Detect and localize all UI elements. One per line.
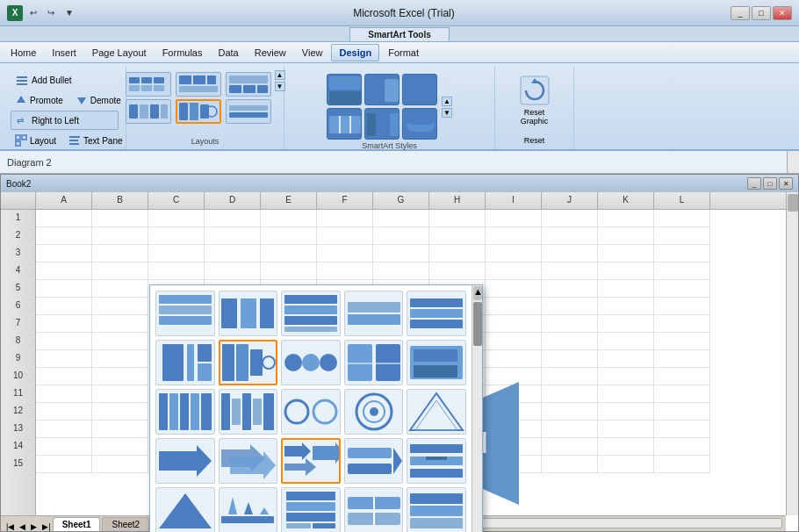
dp-layout-18-selected[interactable] (281, 438, 341, 484)
dp-layout-23[interactable] (281, 487, 341, 532)
reset-label[interactable]: Reset (516, 132, 553, 149)
dp-layout-3[interactable] (281, 291, 341, 336)
sheet-tab-2[interactable]: Sheet2 (102, 517, 149, 531)
wb-minimize-button[interactable]: _ (747, 177, 761, 190)
svg-rect-26 (129, 104, 138, 119)
reset-graphic-button[interactable]: ResetGraphic (511, 70, 558, 130)
dp-layout-21[interactable] (155, 487, 215, 532)
cell-j1[interactable] (542, 210, 598, 227)
cell-g1[interactable] (373, 210, 429, 227)
menu-design[interactable]: Design (331, 44, 379, 61)
cell-c1[interactable] (148, 210, 205, 227)
styles-scroll-more[interactable]: ▼ (442, 108, 452, 118)
dp-layout-20[interactable] (407, 438, 466, 484)
menu-data[interactable]: Data (211, 45, 245, 61)
dp-layout-12[interactable] (219, 389, 278, 435)
layouts-scroll-down[interactable]: ▼ (275, 82, 285, 91)
styles-scroll-up[interactable]: ▲ (442, 97, 452, 106)
layouts-scroll-up[interactable]: ▲ (275, 70, 285, 80)
menu-home[interactable]: Home (4, 45, 43, 61)
promote-button[interactable]: Promote (11, 91, 68, 109)
svg-rect-41 (367, 79, 381, 102)
layout-thumb-3[interactable] (226, 72, 271, 97)
menu-review[interactable]: Review (248, 45, 293, 61)
redo-button[interactable]: ↪ (44, 6, 58, 19)
excel-icon: X (7, 5, 23, 21)
smartart-style-4[interactable] (364, 108, 400, 140)
cell-a1[interactable] (36, 210, 92, 227)
cell-d1[interactable] (205, 210, 261, 227)
dp-layout-25[interactable] (407, 487, 466, 532)
dp-layout-11[interactable] (155, 389, 215, 435)
demote-button[interactable]: Demote (71, 91, 126, 109)
smartart-style-3[interactable] (364, 74, 400, 105)
dropdown-scrollbar[interactable]: ▲ ▼ (471, 285, 482, 532)
wb-restore-button[interactable]: □ (763, 177, 777, 190)
dp-layout-15[interactable] (407, 389, 466, 435)
svg-marker-120 (228, 497, 237, 514)
dp-layout-16[interactable] (155, 438, 215, 484)
tab-nav-next[interactable]: ▶ (29, 522, 39, 531)
dp-layout-19[interactable] (344, 438, 404, 484)
menu-view[interactable]: View (295, 45, 330, 61)
layout-button[interactable]: Layout (11, 132, 61, 149)
layout-thumb-5-selected[interactable] (176, 99, 221, 124)
menu-insert[interactable]: Insert (45, 45, 83, 61)
wb-close-button[interactable]: ✕ (779, 177, 793, 190)
dropdown-scroll-up[interactable]: ▲ (473, 286, 482, 300)
layouts-dropdown-panel: ▲ ▼ + More Layouts... (149, 284, 483, 532)
smartart-style-6[interactable] (402, 108, 437, 140)
dp-layout-8[interactable] (281, 340, 341, 385)
undo-button[interactable]: ↩ (26, 6, 40, 19)
close-button[interactable]: ✕ (773, 6, 792, 20)
svg-rect-132 (410, 506, 463, 516)
cell-l1[interactable] (654, 210, 710, 227)
text-pane-button[interactable]: Text Pane (64, 132, 126, 149)
menu-page-layout[interactable]: Page Layout (85, 45, 154, 61)
cell-b2[interactable] (92, 227, 148, 245)
dp-layout-5[interactable] (407, 291, 466, 336)
maximize-button[interactable]: □ (752, 6, 771, 20)
dp-layout-1[interactable] (155, 291, 215, 336)
smartart-style-2[interactable] (327, 108, 362, 140)
vertical-scrollbar[interactable] (786, 192, 798, 515)
layout-thumb-1[interactable] (126, 72, 171, 97)
sheet-tab-1[interactable]: Sheet1 (53, 517, 101, 531)
tab-nav-first[interactable]: |◀ (4, 522, 16, 531)
cell-i1[interactable] (486, 210, 542, 227)
dp-layout-7-selected[interactable] (219, 340, 278, 385)
dp-layout-14[interactable] (344, 389, 404, 435)
minimize-button[interactable]: _ (731, 6, 750, 20)
menu-formulas[interactable]: Formulas (155, 45, 210, 61)
layout-thumb-4[interactable] (126, 99, 171, 124)
cell-b1[interactable] (92, 210, 148, 227)
tab-nav-last[interactable]: ▶| (40, 522, 52, 531)
cell-h1[interactable] (429, 210, 486, 227)
svg-rect-7 (22, 135, 26, 140)
layout-thumb-2[interactable] (176, 72, 221, 97)
tab-nav-prev[interactable]: ◀ (18, 522, 27, 531)
cell-k1[interactable] (598, 210, 654, 227)
dp-layout-6[interactable] (155, 340, 215, 385)
ribbon-scrollbar[interactable] (787, 151, 799, 173)
dp-layout-4[interactable] (344, 291, 404, 336)
cell-f1[interactable] (317, 210, 373, 227)
dp-layout-17[interactable] (219, 438, 278, 484)
cell-e1[interactable] (261, 210, 317, 227)
cell-a2[interactable] (36, 227, 92, 245)
dp-layout-13[interactable] (281, 389, 341, 435)
qat-dropdown-button[interactable]: ▼ (61, 6, 77, 19)
right-to-left-button[interactable]: ⇄ Right to Left (11, 111, 119, 130)
smartart-style-5[interactable] (402, 74, 437, 105)
dp-layout-9[interactable] (344, 340, 404, 385)
dp-layout-24[interactable] (344, 487, 404, 532)
dp-layout-10[interactable] (407, 340, 466, 385)
title-bar-left: X ↩ ↪ ▼ (7, 5, 77, 21)
dp-layout-22[interactable] (219, 487, 278, 532)
smartart-style-1[interactable] (327, 74, 362, 105)
menu-format[interactable]: Format (381, 45, 426, 61)
layout-thumb-6[interactable] (226, 99, 271, 124)
add-bullet-button[interactable]: Add Bullet (11, 70, 119, 90)
svg-rect-94 (232, 399, 241, 425)
dp-layout-2[interactable] (219, 291, 278, 336)
